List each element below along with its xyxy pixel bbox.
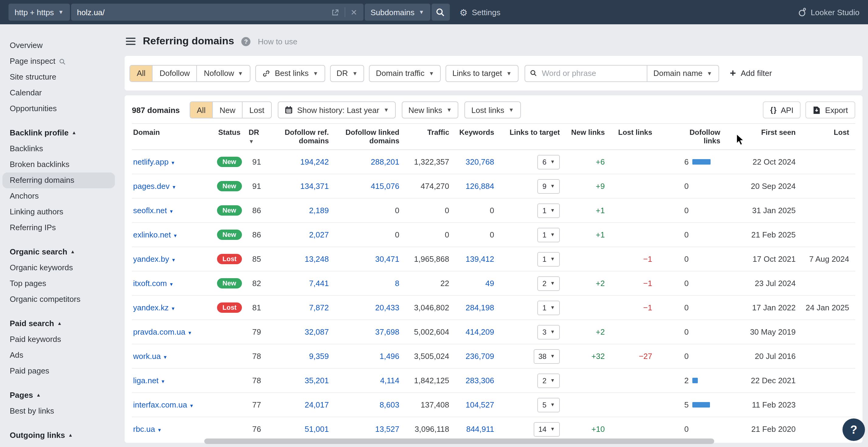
col-dofollow-links[interactable]: Dofollow links: [658, 124, 726, 150]
keywords-link[interactable]: 236,709: [466, 352, 494, 361]
filter-all[interactable]: All: [130, 65, 153, 81]
keywords-link[interactable]: 414,209: [466, 328, 494, 337]
links-to-target-dropdown[interactable]: 9▼: [538, 179, 560, 194]
how-to-use-link[interactable]: How to use: [258, 37, 297, 46]
chevron-down-icon[interactable]: ▾: [158, 427, 161, 433]
domain-link[interactable]: rbc.ua: [133, 424, 155, 434]
sidebar-item-paid-keywords[interactable]: Paid keywords: [2, 332, 115, 347]
new-links-dropdown[interactable]: New links ▼: [402, 101, 459, 118]
sidebar-section-pages[interactable]: Pages▲: [2, 387, 115, 403]
sidebar-item-calendar[interactable]: Calendar: [2, 85, 115, 101]
ref-domains-link[interactable]: 7,872: [309, 303, 329, 312]
word-search-input[interactable]: [541, 68, 642, 78]
col-lost-links[interactable]: Lost links: [611, 124, 658, 150]
keywords-link[interactable]: 320,768: [466, 157, 494, 166]
help-fab-button[interactable]: ?: [842, 418, 865, 441]
links-to-target-dropdown[interactable]: 3▼: [538, 324, 560, 339]
links-to-target-dropdown[interactable]: 5▼: [538, 398, 560, 412]
linked-domains-link[interactable]: 288,201: [371, 157, 399, 166]
sidebar-item-overview[interactable]: Overview: [2, 38, 115, 54]
ref-domains-link[interactable]: 2,189: [309, 206, 329, 215]
linked-domains-link[interactable]: 37,698: [375, 328, 399, 337]
links-to-target-dropdown[interactable]: 2▼: [538, 276, 560, 290]
linked-domains-link[interactable]: 30,471: [375, 254, 399, 264]
sidebar-item-linking-authors[interactable]: Linking authors: [2, 204, 115, 220]
menu-icon[interactable]: [126, 38, 135, 45]
domain-traffic-filter[interactable]: Domain traffic ▼: [369, 65, 441, 82]
col-traffic[interactable]: Traffic: [405, 124, 455, 150]
clear-icon[interactable]: ✕: [350, 8, 357, 17]
domain-link[interactable]: pravda.com.ua: [133, 328, 185, 337]
ref-domains-link[interactable]: 32,087: [305, 328, 329, 337]
domain-link[interactable]: seoflx.net: [133, 206, 167, 215]
sidebar-item-top-pages[interactable]: Top pages: [2, 276, 115, 291]
col-links-to-target[interactable]: Links to target: [500, 124, 566, 150]
settings-button[interactable]: ⚙ Settings: [460, 8, 501, 17]
target-url-input[interactable]: holz.ua/ ✕: [71, 4, 363, 21]
add-filter-button[interactable]: + Add filter: [730, 68, 772, 78]
col-dr[interactable]: DR ▼: [247, 124, 272, 150]
search-button[interactable]: [432, 4, 450, 21]
word-search-field[interactable]: [525, 65, 647, 82]
links-to-target-dropdown[interactable]: 1▼: [538, 252, 560, 266]
sidebar-item-referring-domains[interactable]: Referring domains: [2, 172, 115, 188]
domain-link[interactable]: netlify.app: [133, 157, 169, 166]
domain-link[interactable]: pages.dev: [133, 182, 169, 191]
chevron-down-icon[interactable]: ▾: [190, 403, 193, 409]
filter-dofollow[interactable]: Dofollow: [153, 65, 197, 81]
linked-domains-link[interactable]: 415,076: [371, 182, 399, 191]
chevron-down-icon[interactable]: ▾: [173, 184, 175, 190]
chevron-down-icon[interactable]: ▾: [174, 233, 177, 239]
domain-link[interactable]: interfax.com.ua: [133, 400, 187, 409]
ref-domains-link[interactable]: 9,359: [309, 352, 329, 361]
keywords-link[interactable]: 844,911: [466, 424, 494, 434]
lost-links-dropdown[interactable]: Lost links ▼: [465, 101, 521, 118]
show-history-dropdown[interactable]: Show history: Last year ▼: [278, 101, 396, 118]
protocol-dropdown[interactable]: http + https ▼: [8, 4, 70, 21]
status-all[interactable]: All: [190, 102, 213, 118]
chevron-down-icon[interactable]: ▾: [164, 354, 166, 360]
sidebar-item-organic-competitors[interactable]: Organic competitors: [2, 291, 115, 307]
sidebar-section-organic-search[interactable]: Organic search▲: [2, 244, 115, 260]
links-to-target-dropdown[interactable]: 38▼: [533, 349, 560, 364]
linked-domains-link[interactable]: 1,496: [380, 352, 399, 361]
api-button[interactable]: { } API: [763, 101, 801, 118]
export-button[interactable]: Export: [806, 101, 855, 118]
col-new-links[interactable]: New links: [566, 124, 611, 150]
sidebar-item-anchors[interactable]: Anchors: [2, 188, 115, 204]
links-to-target-dropdown[interactable]: 6▼: [538, 154, 560, 169]
keywords-link[interactable]: 104,527: [466, 400, 494, 409]
linked-domains-link[interactable]: 8,603: [380, 400, 399, 409]
status-lost[interactable]: Lost: [243, 102, 271, 118]
keywords-link[interactable]: 283,306: [466, 376, 494, 385]
keywords-link[interactable]: 126,884: [466, 182, 494, 191]
keywords-link[interactable]: 139,412: [466, 254, 494, 264]
domain-link[interactable]: work.ua: [133, 352, 161, 361]
col-dofollow-ref-domains[interactable]: Dofollow ref. domains: [272, 124, 335, 150]
links-to-target-dropdown[interactable]: 1▼: [538, 203, 560, 218]
filter-nofollow[interactable]: Nofollow▼: [197, 65, 250, 81]
sidebar-section-backlink-profile[interactable]: Backlink profile▲: [2, 125, 115, 141]
sidebar-item-referring-ips[interactable]: Referring IPs: [2, 220, 115, 236]
search-scope-dropdown[interactable]: Domain name ▼: [647, 65, 719, 82]
domain-link[interactable]: itxoft.com: [133, 279, 167, 288]
linked-domains-link[interactable]: 4,114: [380, 376, 399, 385]
chevron-down-icon[interactable]: ▾: [170, 281, 173, 287]
chevron-down-icon[interactable]: ▾: [162, 378, 164, 384]
links-to-target-dropdown[interactable]: 1▼: [538, 228, 560, 242]
links-to-target-filter[interactable]: Links to target ▼: [446, 65, 519, 82]
ref-domains-link[interactable]: 2,027: [309, 230, 329, 239]
linked-domains-link[interactable]: 20,433: [375, 303, 399, 312]
domain-link[interactable]: liga.net: [133, 376, 159, 385]
ref-domains-link[interactable]: 51,001: [305, 424, 329, 434]
horizontal-scrollbar[interactable]: [204, 439, 714, 444]
chevron-down-icon[interactable]: ▾: [172, 306, 175, 312]
external-link-icon[interactable]: [331, 8, 339, 16]
ref-domains-link[interactable]: 194,242: [300, 157, 329, 166]
ref-domains-link[interactable]: 7,441: [309, 279, 329, 288]
chevron-down-icon[interactable]: ▾: [170, 208, 173, 214]
col-keywords[interactable]: Keywords: [455, 124, 500, 150]
sidebar-item-opportunities[interactable]: Opportunities: [2, 101, 115, 116]
sidebar-item-organic-keywords[interactable]: Organic keywords: [2, 260, 115, 276]
help-circle-icon[interactable]: ?: [241, 37, 250, 46]
